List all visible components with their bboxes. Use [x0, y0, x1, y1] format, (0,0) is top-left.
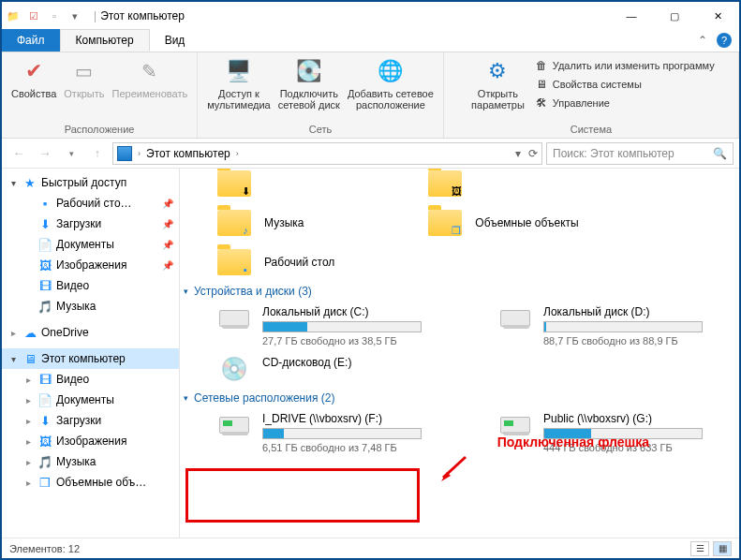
sidebar-item-pc-3d[interactable]: ▸❒Объемные объ… [2, 472, 179, 493]
capacity-bar [543, 321, 703, 332]
video-icon: 🎞 [37, 372, 52, 387]
folder-desktop[interactable]: ▪Рабочий стол [217, 249, 334, 275]
ribbon-group-system: ⚙ Открыть параметры 🗑Удалить или изменит… [444, 52, 739, 138]
sidebar-item-onedrive[interactable]: ▸☁OneDrive [2, 322, 179, 343]
ribbon-group-location: ✔ Свойства ▭ Открыть ✎ Переименовать Рас… [2, 52, 198, 138]
close-button[interactable]: ✕ [696, 2, 739, 30]
folder-icon: ▪ [217, 249, 251, 275]
group-label: Сеть [309, 122, 332, 138]
gear-icon: ⚙ [482, 56, 512, 86]
drive-network-icon: 💽 [294, 56, 324, 86]
quick-access-toolbar: 📁 ☑ ▫ ▾ [6, 8, 82, 23]
help-icon[interactable]: ? [717, 33, 732, 48]
add-network-location-button[interactable]: 🌐 Добавить сетевое расположение [344, 54, 437, 111]
drive-c[interactable]: Локальный диск (C:) 27,7 ГБ свободно из … [217, 305, 442, 346]
capacity-bar [262, 428, 422, 439]
computer-icon: 🖥 [22, 351, 37, 366]
view-details-button[interactable]: ☰ [690, 541, 709, 556]
chevron-right-icon[interactable]: › [138, 149, 141, 158]
maximize-button[interactable]: ▢ [653, 2, 696, 30]
system-properties-button[interactable]: 🖥Свойства системы [534, 77, 715, 92]
sidebar-item-music[interactable]: 🎵Музыка [2, 296, 179, 317]
sidebar-item-quick-access[interactable]: ▾★Быстрый доступ [2, 172, 179, 193]
computer-icon [117, 146, 132, 161]
folder-item[interactable]: ⬇ [217, 170, 334, 197]
folder-icon: ❒ [428, 210, 462, 236]
status-bar: Элементов: 12 ☰ ▦ [2, 538, 739, 558]
open-button[interactable]: ▭ Открыть [60, 54, 108, 99]
section-drives[interactable]: ▾Устройства и диски (3) [184, 285, 732, 298]
sidebar-item-pc-pictures[interactable]: ▸🖼Изображения [2, 431, 179, 451]
tab-computer[interactable]: Компьютер [60, 29, 150, 52]
rename-button[interactable]: ✎ Переименовать [109, 54, 192, 99]
network-drive-icon [498, 412, 532, 438]
sidebar-item-pc-downloads[interactable]: ▸⬇Загрузки [2, 410, 179, 431]
folder-3d-objects[interactable]: ❒Объемные объекты [428, 210, 578, 236]
window-controls: — ▢ ✕ [610, 2, 739, 30]
tab-view[interactable]: Вид [150, 29, 200, 52]
download-icon: ⬇ [37, 216, 52, 231]
checkmark-icon: ✔ [19, 56, 49, 86]
chevron-right-icon[interactable]: › [236, 149, 239, 158]
properties-icon[interactable]: ☑ [26, 8, 41, 23]
capacity-bar [543, 428, 703, 439]
view-large-button[interactable]: ▦ [713, 541, 732, 556]
map-drive-button[interactable]: 💽 Подключить сетевой диск [274, 54, 344, 111]
up-button[interactable]: ↑ [86, 142, 109, 165]
uninstall-button[interactable]: 🗑Удалить или изменить программу [534, 58, 715, 73]
picture-icon: 🖼 [37, 434, 52, 449]
search-icon: 🔍 [713, 147, 727, 160]
sidebar-item-videos[interactable]: 🎞Видео [2, 275, 179, 296]
properties-button[interactable]: ✔ Свойства [7, 54, 60, 99]
globe-icon: 🌐 [376, 56, 406, 86]
manage-button[interactable]: 🛠Управление [534, 96, 715, 111]
new-folder-icon[interactable]: ▫ [47, 8, 62, 23]
collapse-ribbon-icon[interactable]: ⌃ [698, 34, 707, 47]
picture-icon: 🖼 [37, 258, 52, 273]
back-button[interactable]: ← [7, 142, 30, 165]
main-area: ▾★Быстрый доступ ▪Рабочий сто…📌 ⬇Загрузк… [2, 169, 739, 538]
system-small-buttons: 🗑Удалить или изменить программу 🖥Свойств… [534, 54, 715, 111]
sidebar-item-pc-music[interactable]: ▸🎵Музыка [2, 451, 179, 472]
ribbon-group-network: 🖥️ Доступ к мультимедиа 💽 Подключить сет… [198, 52, 444, 138]
qat-dropdown-icon[interactable]: ▾ [67, 8, 82, 23]
annotation-arrow-icon [439, 455, 467, 483]
window-title: Этот компьютер [100, 9, 610, 22]
separator: | [94, 9, 96, 22]
cloud-icon: ☁ [22, 325, 37, 340]
pin-icon: 📌 [162, 240, 173, 250]
sidebar-item-pictures[interactable]: 🖼Изображения📌 [2, 255, 179, 275]
sidebar-item-desktop[interactable]: ▪Рабочий сто…📌 [2, 193, 179, 214]
minimize-button[interactable]: — [610, 2, 653, 30]
media-access-button[interactable]: 🖥️ Доступ к мультимедиа [203, 54, 274, 111]
dvd-icon: 💿 [217, 356, 251, 382]
rename-icon: ✎ [135, 56, 165, 86]
hdd-icon [498, 305, 532, 332]
content-view[interactable]: ⬇ ♪Музыка ▪Рабочий стол 🖼 ❒Объемные объе… [180, 169, 739, 538]
drive-d[interactable]: Локальный диск (D:) 88,7 ГБ свободно из … [498, 305, 723, 346]
sidebar-item-pc-documents[interactable]: ▸📄Документы [2, 390, 179, 410]
drive-f[interactable]: I_DRIVE (\\vboxsrv) (F:) 6,51 ГБ свободн… [217, 412, 442, 453]
search-input[interactable]: Поиск: Этот компьютер 🔍 [546, 142, 734, 165]
sidebar-item-pc-videos[interactable]: ▸🎞Видео [2, 369, 179, 390]
folder-icon: 🖼 [428, 170, 462, 197]
sidebar-item-documents[interactable]: 📄Документы📌 [2, 234, 179, 255]
sidebar-item-downloads[interactable]: ⬇Загрузки📌 [2, 214, 179, 234]
titlebar: 📁 ☑ ▫ ▾ | Этот компьютер — ▢ ✕ [2, 2, 739, 30]
tab-file[interactable]: Файл [2, 29, 60, 52]
folder-item[interactable]: 🖼 [428, 170, 578, 197]
history-dropdown[interactable]: ▾ [60, 142, 82, 165]
drive-e[interactable]: 💿 CD-дисковод (E:) [217, 356, 442, 382]
sidebar-item-this-pc[interactable]: ▾🖥Этот компьютер [2, 348, 179, 369]
sysprops-icon: 🖥 [534, 77, 549, 92]
breadcrumb[interactable]: › Этот компьютер › ▾ ⟳ [112, 142, 542, 165]
section-network[interactable]: ▾Сетевые расположения (2) [184, 391, 732, 405]
breadcrumb-item[interactable]: Этот компьютер [146, 147, 230, 160]
document-icon: 📄 [37, 392, 52, 407]
open-parameters-button[interactable]: ⚙ Открыть параметры [467, 54, 528, 111]
refresh-icon[interactable]: ⟳ [528, 147, 538, 160]
forward-button[interactable]: → [34, 142, 56, 165]
folder-music[interactable]: ♪Музыка [217, 210, 334, 236]
breadcrumb-dropdown-icon[interactable]: ▾ [515, 147, 521, 160]
ribbon-tabs: Файл Компьютер Вид ⌃ ? [2, 30, 739, 52]
